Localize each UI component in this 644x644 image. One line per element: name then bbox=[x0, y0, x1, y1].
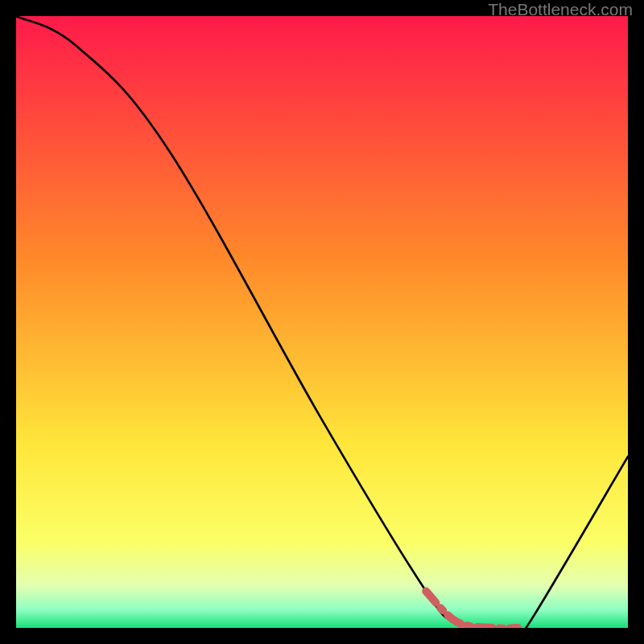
svg-rect-0 bbox=[16, 16, 628, 628]
chart-plot-area bbox=[16, 16, 628, 628]
chart-background-gradient bbox=[16, 16, 628, 628]
